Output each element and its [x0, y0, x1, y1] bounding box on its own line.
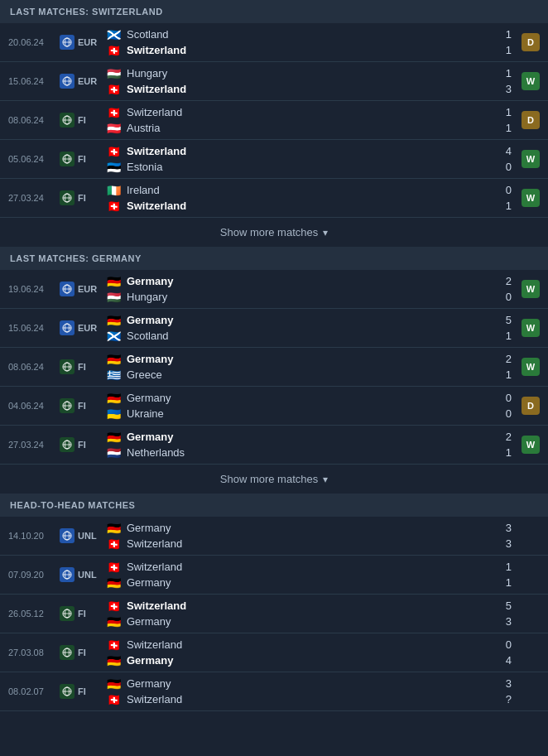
match-competition: EUR: [60, 320, 105, 335]
competition-label: UNL: [78, 531, 97, 541]
chevron-down-icon-2: ▾: [323, 474, 328, 485]
match-item[interactable]: 05.06.24 FI🇨🇭Switzerland4🇪🇪Estonia0W: [0, 140, 548, 178]
team-name: Germany: [127, 677, 495, 690]
match-row: 07.09.20 UNL🇨🇭Switzerland1🇩🇪Germany1: [0, 556, 548, 595]
result-badge: W: [522, 189, 540, 207]
team-name: Estonia: [127, 161, 495, 173]
match-row: 05.06.24 FI🇨🇭Switzerland4🇪🇪Estonia0W: [0, 140, 548, 179]
teams-container: 🇩🇪Germany3🇨🇭Switzerland3: [105, 520, 518, 551]
teams-container: 🇩🇪Germany2🇬🇷Greece1: [105, 351, 518, 383]
team-score: 4: [495, 654, 512, 667]
competition-label: EUR: [78, 37, 97, 47]
competition-label: FI: [78, 440, 86, 450]
team-name: Switzerland: [127, 106, 495, 118]
team-row: 🇦🇹Austria1: [105, 120, 518, 136]
team-row: 🇪🇪Estonia0: [105, 159, 518, 175]
competition-icon: [60, 320, 75, 335]
show-more-switzerland-label: Show more matches: [220, 226, 319, 238]
team-name: Hungary: [127, 291, 495, 303]
teams-container: 🏴󠁧󠁢󠁳󠁣󠁴󠁿Scotland1🇨🇭Switzerland1: [105, 26, 518, 58]
team-row: 🇨🇭Switzerland1: [105, 198, 518, 214]
team-row: 🇭🇺Hungary1: [105, 65, 518, 81]
team-row: 🇩🇪Germany2: [105, 351, 518, 367]
competition-icon: [60, 645, 75, 660]
match-item[interactable]: 19.06.24 EUR🇩🇪Germany2🇭🇺Hungary0W: [0, 270, 548, 308]
show-more-switzerland[interactable]: Show more matches ▾: [0, 218, 548, 247]
match-item[interactable]: 04.06.24 FI🇩🇪Germany0🇺🇦Ukraine0D: [0, 387, 548, 425]
match-item[interactable]: 07.09.20 UNL🇨🇭Switzerland1🇩🇪Germany1: [0, 556, 548, 594]
match-item[interactable]: 14.10.20 UNL🇩🇪Germany3🇨🇭Switzerland3: [0, 517, 548, 555]
match-item[interactable]: 27.03.24 FI🇮🇪Ireland0🇨🇭Switzerland1W: [0, 179, 548, 217]
match-item[interactable]: 08.02.07 FI🇩🇪Germany3🇨🇭Switzerland?: [0, 672, 548, 710]
team-flag: 🇨🇭: [105, 45, 122, 56]
match-item[interactable]: 26.05.12 FI🇨🇭Switzerland5🇩🇪Germany3: [0, 595, 548, 633]
team-row: 🇨🇭Switzerland0: [105, 637, 518, 652]
teams-container: 🇩🇪Germany3🇨🇭Switzerland?: [105, 676, 518, 707]
match-date: 15.06.24: [8, 76, 60, 86]
result-badge: D: [522, 397, 540, 415]
team-score: 1: [495, 106, 512, 118]
match-competition: FI: [60, 152, 105, 166]
teams-container: 🇭🇺Hungary1🇨🇭Switzerland3: [105, 65, 518, 97]
team-score: 3: [495, 83, 512, 95]
match-competition: FI: [60, 437, 105, 452]
match-date: 27.03.24: [8, 440, 60, 450]
show-more-germany[interactable]: Show more matches ▾: [0, 465, 548, 494]
match-date: 20.06.24: [8, 37, 60, 47]
team-flag: 🇩🇪: [105, 392, 122, 404]
switzerland-section: LAST MATCHES: SWITZERLAND 20.06.24 EUR🏴󠁧…: [0, 0, 548, 247]
team-name: Switzerland: [127, 44, 495, 56]
team-name: Germany: [127, 615, 495, 628]
team-flag: 🇳🇱: [105, 447, 122, 459]
competition-label: FI: [78, 154, 86, 164]
team-name: Greece: [127, 368, 495, 381]
match-row: 15.06.24 EUR🇩🇪Germany5🏴󠁧󠁢󠁳󠁣󠁴󠁿Scotland1W: [0, 309, 548, 348]
match-item[interactable]: 15.06.24 EUR🇭🇺Hungary1🇨🇭Switzerland3W: [0, 62, 548, 100]
team-name: Switzerland: [127, 600, 495, 612]
match-item[interactable]: 27.03.08 FI🇨🇭Switzerland0🇩🇪Germany4: [0, 633, 548, 672]
team-score: 0: [495, 638, 512, 651]
team-flag: 🏴󠁧󠁢󠁳󠁣󠁴󠁿: [105, 330, 122, 342]
germany-section: LAST MATCHES: GERMANY 19.06.24 EUR🇩🇪Germ…: [0, 247, 548, 494]
team-flag: 🇨🇭: [105, 639, 122, 651]
match-date: 14.10.20: [8, 531, 60, 541]
result-badge: W: [522, 319, 540, 337]
team-score: 1: [495, 67, 512, 79]
team-name: Germany: [127, 353, 495, 365]
match-row: 08.06.24 FI🇨🇭Switzerland1🇦🇹Austria1D: [0, 101, 548, 140]
match-date: 07.09.20: [8, 570, 60, 580]
match-item[interactable]: 08.06.24 FI🇨🇭Switzerland1🇦🇹Austria1D: [0, 101, 548, 139]
team-flag: 🏴󠁧󠁢󠁳󠁣󠁴󠁿: [105, 29, 122, 41]
competition-label: FI: [78, 115, 86, 125]
teams-container: 🇨🇭Switzerland1🇩🇪Germany1: [105, 559, 518, 590]
team-flag: 🇩🇪: [105, 276, 122, 287]
team-score: 0: [495, 291, 512, 303]
team-flag: 🇦🇹: [105, 123, 122, 134]
match-row: 20.06.24 EUR🏴󠁧󠁢󠁳󠁣󠁴󠁿Scotland1🇨🇭Switzerlan…: [0, 23, 548, 62]
team-score: 2: [495, 431, 512, 443]
competition-icon: [60, 528, 75, 543]
competition-icon: [60, 282, 75, 296]
team-name: Switzerland: [127, 200, 495, 212]
match-item[interactable]: 08.06.24 FI🇩🇪Germany2🇬🇷Greece1W: [0, 348, 548, 386]
chevron-down-icon: ▾: [323, 227, 328, 238]
h2h-matches: 14.10.20 UNL🇩🇪Germany3🇨🇭Switzerland307.0…: [0, 517, 548, 711]
team-name: Austria: [127, 122, 495, 134]
competition-icon: [60, 359, 75, 374]
result-badge: D: [522, 33, 540, 51]
team-flag: 🇨🇭: [105, 84, 122, 95]
switzerland-matches: 20.06.24 EUR🏴󠁧󠁢󠁳󠁣󠁴󠁿Scotland1🇨🇭Switzerlan…: [0, 23, 548, 218]
competition-icon: [60, 437, 75, 452]
match-item[interactable]: 15.06.24 EUR🇩🇪Germany5🏴󠁧󠁢󠁳󠁣󠁴󠁿Scotland1W: [0, 309, 548, 347]
match-row: 27.03.24 FI🇩🇪Germany2🇳🇱Netherlands1W: [0, 426, 548, 465]
team-name: Germany: [127, 576, 495, 589]
match-item[interactable]: 27.03.24 FI🇩🇪Germany2🇳🇱Netherlands1W: [0, 426, 548, 464]
team-row: 🏴󠁧󠁢󠁳󠁣󠁴󠁿Scotland1: [105, 328, 518, 344]
team-score: 0: [495, 392, 512, 404]
team-score: 3: [495, 522, 512, 534]
match-item[interactable]: 20.06.24 EUR🏴󠁧󠁢󠁳󠁣󠁴󠁿Scotland1🇨🇭Switzerlan…: [0, 23, 548, 61]
match-competition: FI: [60, 645, 105, 660]
competition-icon: [60, 190, 75, 205]
team-name: Ukraine: [127, 407, 495, 420]
match-row: 27.03.24 FI🇮🇪Ireland0🇨🇭Switzerland1W: [0, 179, 548, 218]
